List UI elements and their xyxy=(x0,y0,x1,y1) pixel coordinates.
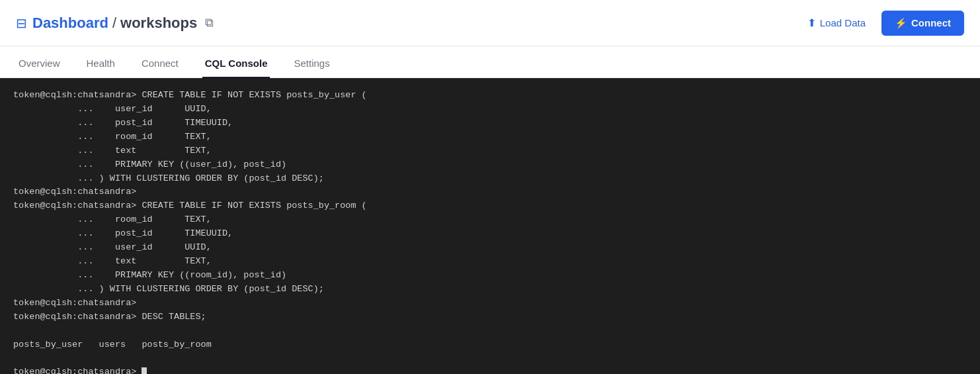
tabs-bar: Overview Health Connect CQL Console Sett… xyxy=(0,46,980,78)
dashboard-link[interactable]: Dashboard xyxy=(32,15,108,32)
header: ⊟ Dashboard / workshops ⧉ ⬆ Load Data ⚡ … xyxy=(0,0,980,46)
header-left: ⊟ Dashboard / workshops ⧉ xyxy=(16,15,214,32)
database-icon: ⊟ xyxy=(16,15,27,31)
tab-health[interactable]: Health xyxy=(84,50,118,78)
copy-icon[interactable]: ⧉ xyxy=(205,16,214,30)
load-data-label: Load Data xyxy=(820,17,866,28)
terminal-cursor xyxy=(142,367,147,374)
breadcrumb: Dashboard / workshops xyxy=(32,15,197,32)
cql-terminal[interactable]: token@cqlsh:chatsandra> CREATE TABLE IF … xyxy=(0,78,980,374)
tab-connect[interactable]: Connect xyxy=(139,50,181,78)
header-right: ⬆ Load Data ⚡ Connect xyxy=(799,11,964,36)
breadcrumb-current: workshops xyxy=(120,15,197,32)
tab-overview[interactable]: Overview xyxy=(16,50,63,78)
lightning-icon: ⚡ xyxy=(895,17,907,29)
upload-icon: ⬆ xyxy=(807,17,816,29)
connect-label: Connect xyxy=(911,17,951,28)
breadcrumb-separator: / xyxy=(112,15,116,32)
connect-button[interactable]: ⚡ Connect xyxy=(881,11,964,36)
tab-cql-console[interactable]: CQL Console xyxy=(202,50,270,78)
load-data-button[interactable]: ⬆ Load Data xyxy=(799,11,874,34)
tab-settings[interactable]: Settings xyxy=(291,50,332,78)
